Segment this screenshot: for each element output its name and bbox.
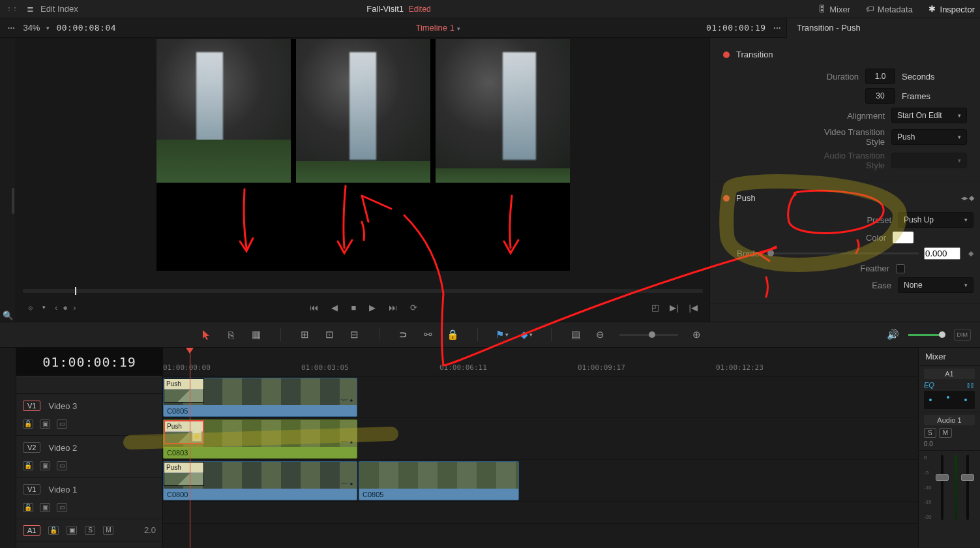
marker-blue[interactable]: ◆▾ [521, 329, 533, 341]
fader-a1[interactable] [936, 455, 949, 546]
track-header-v1[interactable]: V1Video 1 🔓▣▭ [16, 478, 162, 519]
v3-badge[interactable]: V1 [23, 401, 40, 411]
viewer-menu-right[interactable]: ••• [773, 25, 786, 31]
keyframe-nav-arrows[interactable]: ◂▸ ◆ [961, 194, 973, 202]
metadata-tab[interactable]: 🏷 Metadata [865, 4, 913, 14]
play-reverse-button[interactable]: ◀ [331, 303, 338, 312]
dim-button[interactable]: DIM [954, 329, 972, 341]
crop-icon[interactable]: ⟐ [28, 303, 33, 312]
view-icon[interactable]: ▭ [57, 503, 67, 512]
v2-badge[interactable]: V2 [23, 442, 40, 453]
frame-icon[interactable]: ▣ [40, 461, 50, 470]
clip-c0803[interactable]: Push◆ 〰 ◆ C0803 [163, 419, 357, 459]
transition-section-header[interactable]: Transition [723, 44, 967, 65]
insert-tool[interactable]: ⊞ [299, 329, 311, 341]
border-value[interactable] [924, 247, 960, 260]
nav-dot[interactable]: ● [63, 303, 68, 312]
timeline-tracks[interactable]: 01:00:00:0001:00:03:0501:00:06:1101:00:0… [163, 348, 918, 548]
edit-index-label[interactable]: Edit Index [40, 4, 78, 14]
list-icon[interactable]: ≣ [25, 4, 35, 14]
view-icon[interactable]: ▭ [57, 419, 67, 429]
stop-button[interactable]: ■ [351, 303, 356, 312]
zoom-percent[interactable]: 34% [23, 23, 40, 33]
vts-select[interactable]: Push▾ [891, 129, 967, 145]
lock-icon[interactable]: 🔓 [23, 503, 33, 512]
track-v1[interactable]: Push 〰 ◆ C0800 C0805 [163, 460, 918, 502]
flag-blue[interactable]: ⚑▾ [496, 329, 508, 341]
frame-icon[interactable]: ▣ [40, 503, 50, 512]
fader-main[interactable] [961, 455, 975, 546]
crop-chev-icon[interactable]: ▾ [42, 304, 46, 311]
mixer-tab[interactable]: 🎛 Mixer [817, 4, 850, 14]
alignment-select[interactable]: Start On Edit▾ [891, 108, 967, 123]
volume-slider[interactable] [908, 334, 945, 336]
snap-toggle[interactable]: ⊃ [398, 329, 409, 341]
lock-icon[interactable]: 🔓 [23, 461, 33, 470]
feather-checkbox[interactable] [896, 264, 905, 273]
go-end-icon[interactable]: |◀ [689, 303, 698, 312]
lock-toggle[interactable]: 🔒 [447, 329, 459, 341]
clip-c0805-v3[interactable]: Push 〰 ◆ C0805 [163, 378, 357, 417]
inspector-tab[interactable]: ✱ Inspector [927, 4, 975, 14]
duration-seconds-input[interactable] [865, 68, 895, 84]
link-toggle[interactable]: ⚯ [423, 329, 434, 341]
track-header-v3[interactable]: V1Video 3 🔓▣▭ [16, 394, 162, 436]
track-v3[interactable]: Push 〰 ◆ C0805 [163, 376, 918, 418]
frame-icon[interactable]: ▣ [40, 419, 50, 429]
timeline-name[interactable]: Timeline 1 [415, 23, 454, 33]
duration-frames-input[interactable] [865, 88, 895, 104]
a1-badge[interactable]: A1 [23, 525, 40, 536]
wave-icon[interactable]: ▣ [67, 526, 77, 535]
mixer-ch-audio1[interactable]: Audio 1 [924, 415, 975, 425]
scrub-playhead[interactable] [75, 287, 76, 295]
last-frame-button[interactable]: ⏭ [389, 303, 397, 312]
clip-c0805-v1[interactable]: C0805 [359, 461, 519, 500]
viewer-canvas[interactable] [156, 39, 570, 271]
view-icon[interactable]: ▭ [57, 461, 67, 470]
loop-button[interactable]: ⟳ [410, 303, 417, 312]
menu-dots-left[interactable]: ⋮⋮ [5, 6, 20, 12]
ease-select[interactable]: None▾ [898, 277, 973, 293]
clip-c0800[interactable]: Push 〰 ◆ C0800 [163, 461, 357, 500]
track-header-a1[interactable]: A1 🔓 ▣ S M 2.0 [16, 519, 162, 541]
zoom-in[interactable]: ⊕ [691, 329, 703, 341]
push-transition-v1[interactable]: Push [164, 462, 204, 486]
transition-enable-toggle[interactable] [723, 52, 730, 58]
zoom-out[interactable]: ⊖ [595, 329, 606, 341]
lock-icon[interactable]: 🔓 [23, 419, 33, 429]
search-icon[interactable]: 🔍 [3, 311, 13, 320]
push-enable-toggle[interactable] [723, 195, 730, 202]
push-transition-selected[interactable]: Push◆ [164, 420, 204, 444]
eq-graph[interactable] [924, 391, 975, 409]
preset-select[interactable]: Push Up▾ [898, 212, 973, 228]
viewer-menu-dots[interactable]: ••• [7, 25, 16, 31]
arrow-tool[interactable] [201, 329, 213, 341]
mute-button[interactable]: M [939, 428, 952, 438]
border-slider[interactable] [767, 252, 919, 254]
eq-meter-icon[interactable]: ⫿⫿ [967, 381, 975, 389]
blade-tool[interactable]: ▦ [250, 329, 262, 341]
nav-next-icon[interactable]: › [73, 303, 76, 312]
lock-icon[interactable]: 🔓 [48, 526, 59, 535]
s-button[interactable]: S [85, 526, 95, 535]
speaker-icon[interactable]: 🔊 [887, 329, 899, 341]
nav-prev-icon[interactable]: ‹ [55, 303, 57, 312]
overwrite-tool[interactable]: ⊡ [324, 329, 336, 341]
match-frame-icon[interactable]: ◰ [651, 303, 659, 312]
timeline-ruler[interactable]: 01:00:00:0001:00:03:0501:00:06:1101:00:0… [163, 348, 918, 376]
go-next-icon[interactable]: ▶| [670, 303, 678, 312]
v1-badge[interactable]: V1 [23, 484, 40, 495]
solo-button[interactable]: S [924, 428, 936, 438]
zoom-chev-icon[interactable]: ▾ [46, 25, 50, 31]
play-button[interactable]: ▶ [369, 303, 376, 312]
gutter-handle[interactable] [12, 188, 14, 214]
track-header-v2[interactable]: V2Video 2 🔓▣▭ [16, 436, 162, 478]
timeline-view[interactable]: ▤ [570, 329, 582, 341]
mixer-ch-a1[interactable]: A1 [924, 369, 975, 379]
timeline-playhead[interactable] [190, 348, 190, 548]
color-well[interactable] [893, 232, 913, 243]
eq-label[interactable]: EQ [924, 381, 934, 389]
push-section-header[interactable]: Push ◂▸ ◆ [723, 188, 973, 208]
replace-tool[interactable]: ⊟ [349, 329, 361, 341]
timeline-timecode[interactable]: 01:00:00:19 [16, 348, 162, 376]
